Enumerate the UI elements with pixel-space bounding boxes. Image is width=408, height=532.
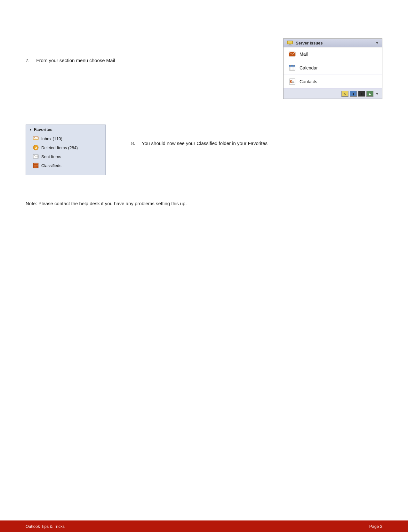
deleted-label: Deleted Items (284) bbox=[41, 145, 78, 150]
svg-rect-19 bbox=[292, 82, 294, 83]
inbox-icon bbox=[33, 136, 39, 141]
sent-icon bbox=[33, 154, 39, 159]
svg-rect-30 bbox=[34, 167, 37, 167]
footer-btn-1[interactable]: ✎ bbox=[341, 91, 348, 97]
page-footer: Outlook Tips & Tricks Page 2 bbox=[0, 520, 408, 532]
inbox-label: Inbox (110) bbox=[41, 136, 62, 141]
calendar-menu-icon bbox=[289, 64, 296, 71]
favorites-item-sent[interactable]: Sent Items bbox=[26, 152, 105, 161]
menu-item-contacts-label: Contacts bbox=[300, 79, 317, 84]
step8-instruction: You should now see your Classified folde… bbox=[142, 141, 268, 146]
svg-rect-3 bbox=[288, 45, 292, 45]
footer-btn-4[interactable]: ▶ bbox=[366, 91, 373, 97]
classifieds-icon bbox=[33, 163, 39, 168]
step8-number: 8. bbox=[131, 141, 135, 146]
favorites-header: ▼ Favorites bbox=[26, 125, 105, 134]
server-menu-title-area: Server Issues bbox=[287, 40, 323, 45]
note-text: Note: Please contact the help desk if yo… bbox=[26, 201, 187, 206]
svg-rect-2 bbox=[289, 44, 291, 45]
svg-rect-27 bbox=[34, 164, 38, 164]
favorites-item-inbox[interactable]: Inbox (110) bbox=[26, 134, 105, 143]
svg-rect-6 bbox=[289, 65, 295, 67]
deleted-icon: ⊘ bbox=[33, 145, 39, 150]
footer-right-text: Page 2 bbox=[369, 524, 382, 529]
contacts-menu-icon: 8 bbox=[289, 78, 296, 85]
svg-text:⊘: ⊘ bbox=[35, 146, 37, 149]
server-menu-footer: ✎ ▮ ▮ ▶ ▼ bbox=[284, 89, 382, 99]
server-menu-dropdown-arrow[interactable]: ▼ bbox=[375, 41, 379, 45]
svg-rect-21 bbox=[33, 139, 38, 140]
sent-label: Sent Items bbox=[41, 154, 61, 159]
note-section: Note: Please contact the help desk if yo… bbox=[26, 201, 382, 206]
svg-rect-28 bbox=[34, 165, 38, 165]
svg-rect-18 bbox=[292, 81, 294, 82]
classifieds-label: Classifieds bbox=[41, 163, 61, 168]
server-menu-title: Server Issues bbox=[296, 41, 323, 45]
favorites-item-classifieds[interactable]: Classifieds bbox=[26, 161, 105, 170]
menu-item-contacts[interactable]: 8 Contacts bbox=[284, 75, 382, 89]
server-menu-header: Server Issues ▼ bbox=[284, 39, 382, 47]
menu-item-mail[interactable]: Mail bbox=[284, 47, 382, 61]
menu-item-calendar[interactable]: Calendar bbox=[284, 61, 382, 75]
svg-text:8: 8 bbox=[290, 79, 292, 84]
favorites-collapse-icon[interactable]: ▼ bbox=[29, 128, 32, 131]
svg-rect-12 bbox=[290, 65, 291, 66]
server-top-icon bbox=[287, 40, 293, 45]
favorites-divider bbox=[28, 172, 103, 172]
favorites-title: Favorites bbox=[34, 127, 52, 132]
step8-text: 8. You should now see your Classified fo… bbox=[131, 125, 382, 146]
step7-text: 7. From your section menu choose Mail bbox=[26, 38, 270, 63]
svg-rect-13 bbox=[293, 65, 294, 66]
favorites-item-deleted[interactable]: ⊘ Deleted Items (284) bbox=[26, 143, 105, 152]
svg-rect-1 bbox=[288, 41, 292, 44]
favorites-panel: ▼ Favorites Inbox (110) bbox=[26, 125, 106, 175]
step7-section: 7. From your section menu choose Mail Se… bbox=[26, 38, 382, 99]
footer-btn-2[interactable]: ▮ bbox=[350, 91, 357, 97]
footer-arrow[interactable]: ▼ bbox=[375, 92, 379, 96]
menu-item-mail-label: Mail bbox=[300, 52, 308, 57]
step7-number: 7. bbox=[26, 58, 30, 63]
server-menu-widget: Server Issues ▼ Mail bbox=[283, 38, 382, 99]
footer-btn-3[interactable]: ▮ bbox=[358, 91, 365, 97]
step7-instruction: From your section menu choose Mail bbox=[36, 58, 115, 63]
step8-section: ▼ Favorites Inbox (110) bbox=[26, 125, 382, 175]
page-content: 7. From your section menu choose Mail Se… bbox=[0, 0, 408, 532]
footer-left-text: Outlook Tips & Tricks bbox=[26, 524, 65, 529]
svg-rect-17 bbox=[292, 80, 295, 80]
svg-rect-29 bbox=[34, 166, 36, 166]
menu-item-calendar-label: Calendar bbox=[300, 65, 318, 70]
mail-menu-icon bbox=[289, 51, 296, 58]
